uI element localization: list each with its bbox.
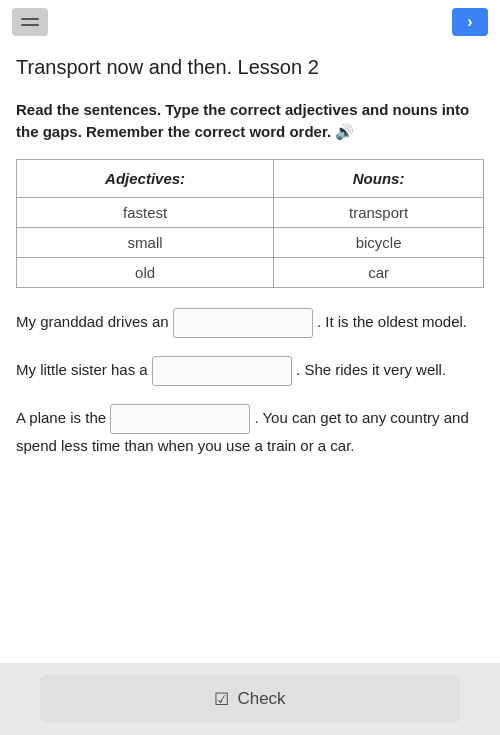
sentence-3-before: A plane is the [16,408,106,425]
nouns-header: Nouns: [274,159,484,197]
top-bar: › [0,0,500,44]
sentence-2-before: My little sister has a [16,360,148,377]
sentence-2-input[interactable] [152,356,292,386]
sentence-3-input[interactable] [110,404,250,434]
sentence-2-after: . She rides it very well. [296,360,446,377]
table-row: fastest transport [17,197,484,227]
arrow-right-icon: › [467,13,472,31]
sentence-1-block: My granddad drives an . It is the oldest… [16,308,484,338]
instructions: Read the sentences. Type the correct adj… [16,99,484,143]
hamburger-icon [21,18,39,26]
app-container: › Transport now and then. Lesson 2 Read … [0,0,500,735]
adjective-1: fastest [17,197,274,227]
sentence-1-after: . It is the oldest model. [317,312,467,329]
noun-3: car [274,257,484,287]
sentences-area: My granddad drives an . It is the oldest… [16,308,484,458]
sentence-2-block: My little sister has a . She rides it ve… [16,356,484,386]
check-icon: ☑ [214,689,229,710]
noun-2: bicycle [274,227,484,257]
sentence-3-block: A plane is the . You can get to any coun… [16,404,484,458]
sentence-1-input[interactable] [173,308,313,338]
main-content: Transport now and then. Lesson 2 Read th… [0,44,500,663]
check-button[interactable]: ☑ Check [40,675,460,723]
next-button[interactable]: › [452,8,488,36]
check-button-label: Check [237,689,285,709]
adjectives-header: Adjectives: [17,159,274,197]
table-row: old car [17,257,484,287]
table-row: small bicycle [17,227,484,257]
lesson-title: Transport now and then. Lesson 2 [16,56,484,79]
menu-button[interactable] [12,8,48,36]
adjective-2: small [17,227,274,257]
noun-1: transport [274,197,484,227]
check-button-wrapper: ☑ Check [0,663,500,735]
sentence-1-before: My granddad drives an [16,312,169,329]
sound-icon[interactable]: 🔊 [335,121,354,143]
adjective-3: old [17,257,274,287]
word-table: Adjectives: Nouns: fastest transport sma… [16,159,484,288]
